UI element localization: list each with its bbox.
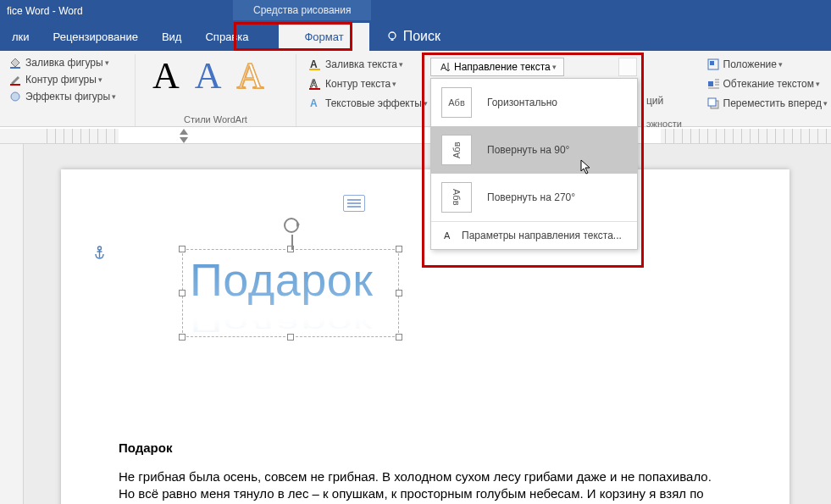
chevron-down-icon: ▾ bbox=[392, 80, 396, 88]
text-direction-button[interactable]: A Направление текста▾ bbox=[430, 58, 564, 76]
direction-icon-270: Абв bbox=[441, 182, 472, 213]
svg-text:A: A bbox=[310, 58, 318, 70]
drawing-tools-context-tab[interactable]: Средства рисования bbox=[233, 0, 371, 20]
ribbon: Заливка фигуры▾ Контур фигуры▾ Эффекты ф… bbox=[0, 51, 831, 127]
bulb-icon bbox=[386, 30, 398, 42]
text-fill-icon: A bbox=[308, 58, 322, 71]
chevron-down-icon: ▾ bbox=[112, 92, 116, 101]
svg-rect-2 bbox=[10, 84, 20, 86]
truncated-group-label: эжности bbox=[646, 119, 682, 129]
text-fill-button[interactable]: A Заливка текста▾ bbox=[305, 56, 418, 73]
text-direction-icon: A bbox=[438, 61, 450, 73]
bring-forward-button[interactable]: Переместить вперед▾ bbox=[703, 95, 831, 112]
anchor-icon[interactable] bbox=[93, 246, 106, 260]
menu-view[interactable]: Вид bbox=[150, 24, 194, 50]
text-outline-icon: A bbox=[308, 77, 322, 91]
pen-icon bbox=[8, 73, 22, 86]
shape-outline-button[interactable]: Контур фигуры▾ bbox=[5, 71, 130, 88]
wordart-style-3[interactable]: A bbox=[237, 58, 264, 95]
resize-handle[interactable] bbox=[179, 334, 186, 341]
menu-item[interactable]: лки bbox=[0, 24, 42, 50]
text-effects-icon: A bbox=[308, 97, 322, 110]
svg-rect-1 bbox=[10, 67, 20, 69]
menu-review[interactable]: Рецензирование bbox=[42, 24, 150, 50]
document-text[interactable]: Подарок Не грибная была осень, совсем не… bbox=[119, 440, 716, 504]
svg-rect-11 bbox=[708, 81, 713, 86]
svg-rect-17 bbox=[708, 98, 716, 106]
text-direction-params-icon: A bbox=[441, 229, 455, 242]
chevron-down-icon: ▾ bbox=[816, 80, 820, 88]
svg-point-20 bbox=[98, 246, 102, 250]
chevron-down-icon: ▾ bbox=[105, 58, 109, 67]
wordart-style-2[interactable]: A bbox=[195, 58, 222, 95]
direction-rotate-90[interactable]: Абв Повернуть на 90° bbox=[431, 126, 637, 174]
svg-point-3 bbox=[11, 92, 19, 101]
direction-params[interactable]: A Параметры направления текста... bbox=[431, 222, 637, 249]
vertical-ruler[interactable] bbox=[0, 144, 24, 504]
title-bar: fice Word - Word bbox=[0, 0, 831, 22]
svg-rect-5 bbox=[309, 69, 320, 70]
group-label-wordart: Стили WordArt bbox=[136, 114, 296, 125]
menu-help[interactable]: Справка bbox=[193, 24, 260, 50]
shape-fill-button[interactable]: Заливка фигуры▾ bbox=[5, 54, 130, 71]
chevron-down-icon: ▾ bbox=[778, 60, 783, 69]
position-icon bbox=[706, 58, 720, 71]
document-body[interactable]: Не грибная была осень, совсем не грибная… bbox=[119, 468, 716, 504]
svg-text:A: A bbox=[310, 78, 318, 90]
svg-point-0 bbox=[389, 32, 396, 39]
resize-handle[interactable] bbox=[396, 334, 402, 341]
document-heading[interactable]: Подарок bbox=[119, 440, 716, 455]
text-outline-button[interactable]: A Контур текста▾ bbox=[305, 75, 418, 92]
tell-me-search[interactable]: Поиск bbox=[386, 29, 440, 44]
bring-forward-icon bbox=[706, 97, 720, 110]
direction-rotate-270[interactable]: Абв Повернуть на 270° bbox=[431, 174, 637, 221]
indent-marker-bottom[interactable] bbox=[180, 137, 188, 143]
text-direction-dropdown: Абв Горизонтально Абв Повернуть на 90° А… bbox=[430, 78, 638, 250]
chevron-down-icon: ▾ bbox=[552, 63, 557, 71]
wrap-text-button[interactable]: Обтекание текстом▾ bbox=[703, 75, 831, 92]
wrap-icon bbox=[706, 77, 720, 91]
svg-text:A: A bbox=[444, 230, 451, 241]
wordart-reflection: Подарок bbox=[190, 311, 373, 337]
direction-icon-90: Абв bbox=[441, 135, 472, 165]
bucket-icon bbox=[8, 56, 22, 69]
text-effects-button[interactable]: A Текстовые эффекты▾ bbox=[305, 95, 418, 112]
menu-format[interactable]: Формат bbox=[279, 23, 368, 51]
align-button[interactable] bbox=[618, 58, 637, 76]
app-title: fice Word - Word bbox=[0, 5, 83, 17]
search-label: Поиск bbox=[403, 29, 440, 44]
chevron-down-icon: ▾ bbox=[399, 60, 403, 69]
menu-bar: лки Рецензирование Вид Справка Формат По… bbox=[0, 22, 831, 51]
truncated-text: ций bbox=[646, 95, 663, 107]
direction-horizontal[interactable]: Абв Горизонтально bbox=[431, 79, 637, 126]
svg-rect-7 bbox=[309, 88, 320, 90]
chevron-down-icon: ▾ bbox=[98, 75, 102, 84]
svg-rect-10 bbox=[710, 61, 714, 65]
wordart-style-1[interactable]: A bbox=[152, 58, 180, 95]
layout-options-button[interactable] bbox=[343, 195, 365, 212]
wordart-text[interactable]: Подарок bbox=[190, 253, 405, 306]
chevron-down-icon: ▾ bbox=[823, 99, 828, 108]
wordart-gallery[interactable]: A A A bbox=[141, 54, 291, 98]
resize-handle[interactable] bbox=[179, 290, 186, 296]
horizontal-ruler[interactable] bbox=[0, 129, 831, 144]
shape-effects-button[interactable]: Эффекты фигуры▾ bbox=[5, 88, 130, 105]
chevron-down-icon: ▾ bbox=[424, 99, 428, 108]
effects-icon bbox=[8, 90, 22, 103]
resize-handle[interactable] bbox=[396, 246, 402, 252]
rotate-handle[interactable] bbox=[284, 218, 299, 233]
svg-text:A: A bbox=[440, 62, 447, 72]
direction-icon-horizontal: Абв bbox=[441, 87, 472, 118]
position-button[interactable]: Положение▾ bbox=[703, 56, 831, 73]
cursor-icon bbox=[580, 159, 592, 174]
svg-text:A: A bbox=[310, 97, 318, 109]
wordart-textbox[interactable]: Подарок Подарок bbox=[182, 249, 399, 337]
resize-handle[interactable] bbox=[179, 246, 186, 252]
indent-marker-top[interactable] bbox=[180, 129, 188, 135]
